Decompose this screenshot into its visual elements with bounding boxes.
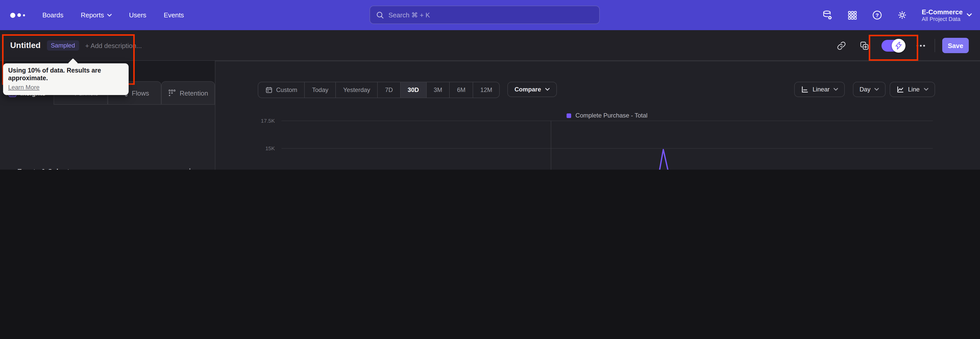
search-placeholder: Search ⌘ + K bbox=[388, 11, 430, 19]
app-window: BoardsReportsUsersEvents Search ⌘ + K bbox=[0, 0, 980, 170]
chevron-down-icon bbox=[967, 13, 972, 17]
settings-gear-icon[interactable] bbox=[897, 10, 907, 21]
interval-dropdown[interactable]: Day bbox=[853, 82, 886, 97]
chart-type-dropdown[interactable]: Line bbox=[890, 82, 935, 97]
range-30d[interactable]: 30D bbox=[401, 82, 426, 98]
sampling-toggle-knob bbox=[892, 38, 905, 52]
report-header: Untitled Sampled + Add description... bbox=[0, 30, 980, 61]
chevron-down-icon bbox=[834, 88, 838, 91]
more-options-icon[interactable] bbox=[916, 44, 925, 47]
range-today[interactable]: Today bbox=[305, 82, 336, 98]
project-name: E-Commerce bbox=[922, 8, 963, 16]
nav-menu: BoardsReportsUsersEvents bbox=[42, 11, 184, 19]
range-yesterday[interactable]: Yesterday bbox=[336, 82, 378, 98]
report-title[interactable]: Untitled bbox=[10, 41, 41, 50]
chevron-down-icon bbox=[545, 88, 550, 91]
line-chart-icon bbox=[896, 86, 904, 93]
chevron-down-icon bbox=[924, 88, 928, 91]
svg-text:?: ? bbox=[875, 12, 879, 18]
range-7d[interactable]: 7D bbox=[378, 82, 401, 98]
chevron-down-icon bbox=[875, 88, 879, 91]
scale-dropdown[interactable]: Linear bbox=[794, 82, 845, 97]
chevron-down-icon bbox=[107, 14, 111, 17]
range-12m[interactable]: 12M bbox=[473, 82, 500, 98]
sampled-badge[interactable]: Sampled bbox=[47, 40, 79, 51]
data-management-icon[interactable] bbox=[822, 10, 833, 21]
date-range-group: CustomTodayYesterday7D30D3M6M12M bbox=[258, 82, 500, 98]
sampling-tooltip: Using 10% of data. Results are approxima… bbox=[3, 63, 129, 95]
retention-icon bbox=[168, 89, 176, 97]
legend-swatch bbox=[567, 113, 571, 118]
nav-right-cluster: ? E-Commerce All Project Data bbox=[822, 0, 980, 30]
linear-scale-icon bbox=[801, 86, 808, 93]
search-input[interactable]: Search ⌘ + K bbox=[369, 6, 600, 24]
range-3m[interactable]: 3M bbox=[426, 82, 450, 98]
save-button[interactable]: Save bbox=[942, 38, 969, 53]
share-link-icon[interactable] bbox=[837, 41, 846, 50]
plus-icon bbox=[186, 168, 193, 170]
nav-item-reports[interactable]: Reports bbox=[81, 11, 111, 19]
nav-item-events[interactable]: Events bbox=[164, 11, 184, 19]
lightning-bolt-icon bbox=[895, 42, 902, 49]
query-builder-body: Events & Cohorts A Complete Purchase Cou… bbox=[0, 105, 215, 170]
range-6m[interactable]: 6M bbox=[450, 82, 473, 98]
learn-more-link[interactable]: Learn More bbox=[8, 84, 124, 91]
mixpanel-logo-icon[interactable] bbox=[10, 13, 25, 18]
sampling-toggle[interactable] bbox=[881, 40, 905, 51]
project-switcher[interactable]: E-Commerce All Project Data bbox=[922, 8, 972, 22]
add-description-field[interactable]: + Add description... bbox=[85, 42, 142, 49]
chart-legend[interactable]: Complete Purchase - Total bbox=[281, 112, 933, 119]
events-cohorts-header[interactable]: Events & Cohorts bbox=[18, 168, 81, 170]
header-divider bbox=[935, 39, 935, 52]
nav-item-boards[interactable]: Boards bbox=[42, 11, 63, 19]
range-custom[interactable]: Custom bbox=[258, 82, 305, 98]
help-icon[interactable]: ? bbox=[872, 10, 883, 21]
search-icon bbox=[376, 11, 384, 19]
nav-item-users[interactable]: Users bbox=[129, 11, 146, 19]
duplicate-icon[interactable] bbox=[859, 41, 869, 50]
add-event-button[interactable] bbox=[184, 166, 196, 170]
legend-label: Complete Purchase - Total bbox=[576, 112, 648, 119]
tooltip-text: Using 10% of data. Results are approxima… bbox=[8, 67, 124, 82]
project-scope: All Project Data bbox=[922, 16, 963, 22]
tab-retention[interactable]: Retention bbox=[161, 81, 215, 105]
calendar-icon bbox=[266, 86, 272, 93]
apps-grid-icon[interactable] bbox=[847, 10, 858, 20]
top-navbar: BoardsReportsUsersEvents Search ⌘ + K bbox=[0, 0, 980, 30]
compare-button[interactable]: Compare bbox=[508, 82, 557, 97]
